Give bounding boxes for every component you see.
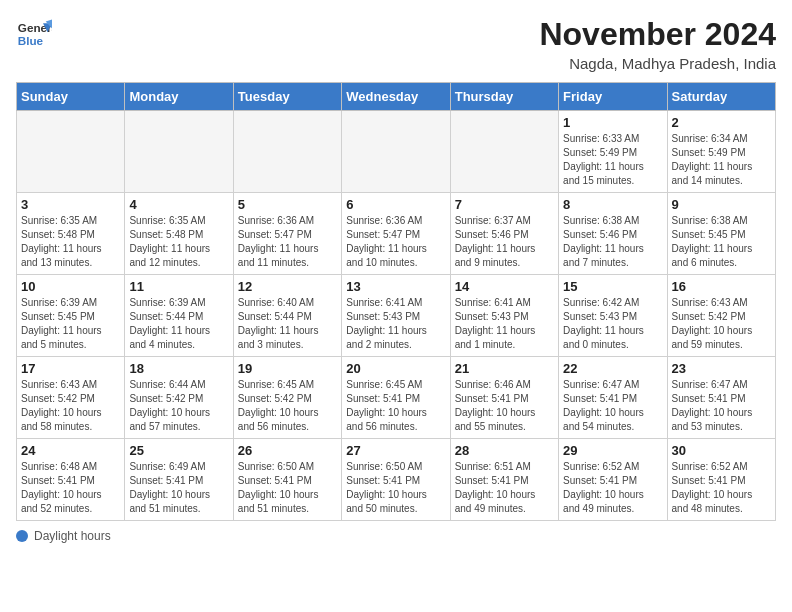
weekday-tuesday: Tuesday: [233, 83, 341, 111]
calendar-body: 1Sunrise: 6:33 AMSunset: 5:49 PMDaylight…: [17, 111, 776, 521]
calendar-cell-24: 20Sunrise: 6:45 AMSunset: 5:41 PMDayligh…: [342, 357, 450, 439]
header: General Blue November 2024 Nagda, Madhya…: [16, 16, 776, 72]
day-number-4: 4: [129, 197, 228, 212]
svg-text:Blue: Blue: [18, 34, 44, 47]
day-number-3: 3: [21, 197, 120, 212]
calendar-row-3: 17Sunrise: 6:43 AMSunset: 5:42 PMDayligh…: [17, 357, 776, 439]
calendar-cell-2: [233, 111, 341, 193]
day-info-25: Sunrise: 6:49 AMSunset: 5:41 PMDaylight:…: [129, 460, 228, 516]
calendar-cell-16: 12Sunrise: 6:40 AMSunset: 5:44 PMDayligh…: [233, 275, 341, 357]
calendar-cell-33: 29Sunrise: 6:52 AMSunset: 5:41 PMDayligh…: [559, 439, 667, 521]
day-number-10: 10: [21, 279, 120, 294]
day-number-19: 19: [238, 361, 337, 376]
day-info-1: Sunrise: 6:33 AMSunset: 5:49 PMDaylight:…: [563, 132, 662, 188]
day-number-6: 6: [346, 197, 445, 212]
day-info-9: Sunrise: 6:38 AMSunset: 5:45 PMDaylight:…: [672, 214, 771, 270]
day-number-26: 26: [238, 443, 337, 458]
day-number-7: 7: [455, 197, 554, 212]
day-number-14: 14: [455, 279, 554, 294]
calendar-cell-27: 23Sunrise: 6:47 AMSunset: 5:41 PMDayligh…: [667, 357, 775, 439]
calendar-cell-13: 9Sunrise: 6:38 AMSunset: 5:45 PMDaylight…: [667, 193, 775, 275]
calendar-row-4: 24Sunrise: 6:48 AMSunset: 5:41 PMDayligh…: [17, 439, 776, 521]
calendar-cell-28: 24Sunrise: 6:48 AMSunset: 5:41 PMDayligh…: [17, 439, 125, 521]
day-info-19: Sunrise: 6:45 AMSunset: 5:42 PMDaylight:…: [238, 378, 337, 434]
weekday-thursday: Thursday: [450, 83, 558, 111]
calendar-cell-15: 11Sunrise: 6:39 AMSunset: 5:44 PMDayligh…: [125, 275, 233, 357]
calendar-cell-31: 27Sunrise: 6:50 AMSunset: 5:41 PMDayligh…: [342, 439, 450, 521]
day-info-15: Sunrise: 6:42 AMSunset: 5:43 PMDaylight:…: [563, 296, 662, 352]
day-info-30: Sunrise: 6:52 AMSunset: 5:41 PMDaylight:…: [672, 460, 771, 516]
day-info-23: Sunrise: 6:47 AMSunset: 5:41 PMDaylight:…: [672, 378, 771, 434]
logo-icon: General Blue: [16, 16, 52, 52]
title-area: November 2024 Nagda, Madhya Pradesh, Ind…: [539, 16, 776, 72]
calendar-cell-8: 4Sunrise: 6:35 AMSunset: 5:48 PMDaylight…: [125, 193, 233, 275]
day-number-23: 23: [672, 361, 771, 376]
calendar-cell-18: 14Sunrise: 6:41 AMSunset: 5:43 PMDayligh…: [450, 275, 558, 357]
day-number-16: 16: [672, 279, 771, 294]
day-info-5: Sunrise: 6:36 AMSunset: 5:47 PMDaylight:…: [238, 214, 337, 270]
day-info-24: Sunrise: 6:48 AMSunset: 5:41 PMDaylight:…: [21, 460, 120, 516]
day-number-18: 18: [129, 361, 228, 376]
weekday-header: SundayMondayTuesdayWednesdayThursdayFrid…: [17, 83, 776, 111]
day-number-21: 21: [455, 361, 554, 376]
logo: General Blue: [16, 16, 52, 52]
weekday-friday: Friday: [559, 83, 667, 111]
calendar-cell-29: 25Sunrise: 6:49 AMSunset: 5:41 PMDayligh…: [125, 439, 233, 521]
day-number-12: 12: [238, 279, 337, 294]
day-info-11: Sunrise: 6:39 AMSunset: 5:44 PMDaylight:…: [129, 296, 228, 352]
daylight-legend: Daylight hours: [16, 529, 111, 543]
day-info-13: Sunrise: 6:41 AMSunset: 5:43 PMDaylight:…: [346, 296, 445, 352]
weekday-wednesday: Wednesday: [342, 83, 450, 111]
calendar-cell-5: 1Sunrise: 6:33 AMSunset: 5:49 PMDaylight…: [559, 111, 667, 193]
location: Nagda, Madhya Pradesh, India: [539, 55, 776, 72]
calendar-cell-19: 15Sunrise: 6:42 AMSunset: 5:43 PMDayligh…: [559, 275, 667, 357]
calendar-cell-17: 13Sunrise: 6:41 AMSunset: 5:43 PMDayligh…: [342, 275, 450, 357]
calendar-cell-10: 6Sunrise: 6:36 AMSunset: 5:47 PMDaylight…: [342, 193, 450, 275]
day-number-29: 29: [563, 443, 662, 458]
day-info-4: Sunrise: 6:35 AMSunset: 5:48 PMDaylight:…: [129, 214, 228, 270]
day-info-7: Sunrise: 6:37 AMSunset: 5:46 PMDaylight:…: [455, 214, 554, 270]
day-info-26: Sunrise: 6:50 AMSunset: 5:41 PMDaylight:…: [238, 460, 337, 516]
weekday-sunday: Sunday: [17, 83, 125, 111]
calendar-cell-34: 30Sunrise: 6:52 AMSunset: 5:41 PMDayligh…: [667, 439, 775, 521]
day-info-27: Sunrise: 6:50 AMSunset: 5:41 PMDaylight:…: [346, 460, 445, 516]
day-number-8: 8: [563, 197, 662, 212]
calendar-cell-9: 5Sunrise: 6:36 AMSunset: 5:47 PMDaylight…: [233, 193, 341, 275]
calendar-cell-12: 8Sunrise: 6:38 AMSunset: 5:46 PMDaylight…: [559, 193, 667, 275]
calendar-cell-32: 28Sunrise: 6:51 AMSunset: 5:41 PMDayligh…: [450, 439, 558, 521]
day-number-25: 25: [129, 443, 228, 458]
calendar-cell-25: 21Sunrise: 6:46 AMSunset: 5:41 PMDayligh…: [450, 357, 558, 439]
calendar-cell-21: 17Sunrise: 6:43 AMSunset: 5:42 PMDayligh…: [17, 357, 125, 439]
day-number-9: 9: [672, 197, 771, 212]
day-info-2: Sunrise: 6:34 AMSunset: 5:49 PMDaylight:…: [672, 132, 771, 188]
calendar-cell-4: [450, 111, 558, 193]
day-number-11: 11: [129, 279, 228, 294]
day-info-16: Sunrise: 6:43 AMSunset: 5:42 PMDaylight:…: [672, 296, 771, 352]
calendar-cell-20: 16Sunrise: 6:43 AMSunset: 5:42 PMDayligh…: [667, 275, 775, 357]
calendar-cell-11: 7Sunrise: 6:37 AMSunset: 5:46 PMDaylight…: [450, 193, 558, 275]
day-info-18: Sunrise: 6:44 AMSunset: 5:42 PMDaylight:…: [129, 378, 228, 434]
calendar-cell-23: 19Sunrise: 6:45 AMSunset: 5:42 PMDayligh…: [233, 357, 341, 439]
day-number-20: 20: [346, 361, 445, 376]
calendar-cell-26: 22Sunrise: 6:47 AMSunset: 5:41 PMDayligh…: [559, 357, 667, 439]
calendar-row-2: 10Sunrise: 6:39 AMSunset: 5:45 PMDayligh…: [17, 275, 776, 357]
calendar-row-0: 1Sunrise: 6:33 AMSunset: 5:49 PMDaylight…: [17, 111, 776, 193]
day-info-17: Sunrise: 6:43 AMSunset: 5:42 PMDaylight:…: [21, 378, 120, 434]
day-number-13: 13: [346, 279, 445, 294]
calendar: SundayMondayTuesdayWednesdayThursdayFrid…: [16, 82, 776, 521]
day-number-28: 28: [455, 443, 554, 458]
day-info-3: Sunrise: 6:35 AMSunset: 5:48 PMDaylight:…: [21, 214, 120, 270]
calendar-cell-6: 2Sunrise: 6:34 AMSunset: 5:49 PMDaylight…: [667, 111, 775, 193]
calendar-cell-3: [342, 111, 450, 193]
day-info-28: Sunrise: 6:51 AMSunset: 5:41 PMDaylight:…: [455, 460, 554, 516]
day-info-20: Sunrise: 6:45 AMSunset: 5:41 PMDaylight:…: [346, 378, 445, 434]
calendar-row-1: 3Sunrise: 6:35 AMSunset: 5:48 PMDaylight…: [17, 193, 776, 275]
day-info-21: Sunrise: 6:46 AMSunset: 5:41 PMDaylight:…: [455, 378, 554, 434]
day-number-15: 15: [563, 279, 662, 294]
day-info-12: Sunrise: 6:40 AMSunset: 5:44 PMDaylight:…: [238, 296, 337, 352]
day-number-22: 22: [563, 361, 662, 376]
calendar-cell-30: 26Sunrise: 6:50 AMSunset: 5:41 PMDayligh…: [233, 439, 341, 521]
month-title: November 2024: [539, 16, 776, 53]
calendar-cell-0: [17, 111, 125, 193]
day-info-29: Sunrise: 6:52 AMSunset: 5:41 PMDaylight:…: [563, 460, 662, 516]
